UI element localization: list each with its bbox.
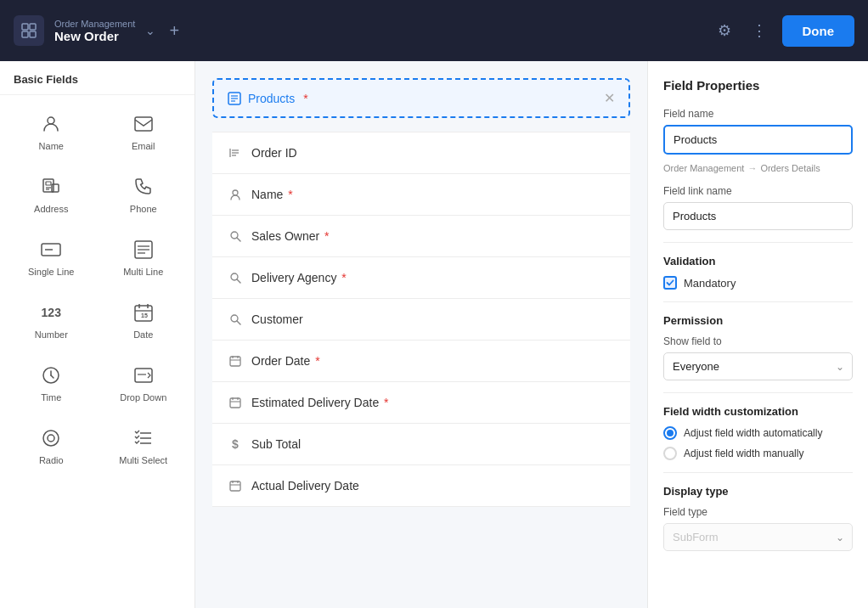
form-fields-list: Order ID Name * Sales [212,132,630,507]
svg-line-24 [51,375,54,378]
done-button[interactable]: Done [782,15,855,47]
sidebar-item-dropdown[interactable]: Drop Down [99,353,189,413]
sidebar: Basic Fields Name Email [0,61,195,608]
field-link-input[interactable] [663,202,853,230]
sidebar-item-phone[interactable]: Phone [99,165,189,224]
divider-3 [663,392,853,393]
dragging-field-label: Products [248,92,295,105]
radio-auto-circle[interactable] [663,426,677,440]
form-field-customer-label: Customer [251,312,615,326]
sidebar-item-name[interactable]: Name [7,102,96,161]
date-icon: 15 [132,301,155,324]
svg-rect-2 [22,31,28,37]
sub-total-icon: $ [228,437,243,451]
field-type-select[interactable]: SubForm [663,523,853,551]
phone-icon [132,175,155,199]
sidebar-item-time-label: Time [41,392,61,403]
order-date-icon [228,355,243,367]
sidebar-item-number-label: Number [35,329,68,340]
sidebar-item-address-label: Address [34,204,68,214]
sidebar-item-single-line[interactable]: Single Line [7,228,96,287]
svg-rect-7 [46,182,51,185]
form-field-sub-total[interactable]: $ Sub Total [212,424,630,465]
display-type-title: Display type [663,485,853,498]
topbar-add-icon[interactable]: + [169,21,179,41]
sidebar-item-radio-label: Radio [39,455,64,465]
form-field-actual-delivery[interactable]: Actual Delivery Date [212,465,630,507]
sidebar-item-multi-line[interactable]: Multi Line [99,228,189,287]
more-options-icon[interactable]: ⋮ [747,16,772,45]
svg-line-44 [237,279,240,283]
app-icon [14,15,44,46]
form-field-actual-delivery-label: Actual Delivery Date [251,479,615,493]
field-name-input[interactable] [663,125,853,155]
panel-title: Field Properties [663,78,853,93]
customer-icon [228,313,243,325]
multi-line-icon [132,238,155,262]
svg-rect-0 [22,24,28,30]
field-name-label: Field name [663,108,853,120]
sidebar-item-multi-select-label: Multi Select [119,455,167,465]
sidebar-item-email[interactable]: Email [99,102,189,161]
sidebar-item-multi-line-label: Multi Line [123,267,163,277]
topbar: Order Management New Order ⌄ + ⚙ ⋮ Done [0,0,868,61]
estimated-delivery-icon [228,397,243,408]
sidebar-item-time[interactable]: Time [7,353,96,413]
sidebar-item-name-label: Name [39,141,64,151]
svg-rect-1 [30,24,36,30]
svg-text:15: 15 [141,312,148,318]
topbar-subtitle: Order Management [54,19,135,29]
address-icon [39,175,63,199]
form-field-order-date[interactable]: Order Date * [212,341,630,382]
field-link-label: Field link name [663,185,853,197]
mandatory-label: Mandatory [684,277,736,290]
sidebar-item-number[interactable]: 123 Number [7,290,96,350]
field-properties-panel: Field Properties Field name Order Manage… [647,61,868,608]
form-field-customer[interactable]: Customer [212,299,630,341]
topbar-main-title: New Order [54,29,135,43]
show-field-select-row: Everyone Admins only Custom ⌄ [663,352,853,380]
topbar-chevron-icon[interactable]: ⌄ [145,24,155,37]
sidebar-item-address[interactable]: Address [7,165,96,224]
form-field-estimated-delivery[interactable]: Estimated Delivery Date * [212,382,630,424]
dragging-field-inner: Products * [228,92,308,105]
svg-point-28 [48,435,54,442]
form-field-name[interactable]: Name * [212,174,630,216]
settings-icon[interactable]: ⚙ [713,16,736,45]
breadcrumb-arrow: → [747,163,757,173]
field-width-radio-group: Adjust field width automatically Adjust … [663,426,853,460]
sidebar-item-dropdown-label: Drop Down [120,392,166,403]
sidebar-item-date-label: Date [133,329,153,340]
sidebar-title: Basic Fields [0,61,194,95]
show-field-select[interactable]: Everyone Admins only Custom [663,352,853,380]
svg-point-27 [43,431,59,446]
form-field-delivery-agency[interactable]: Delivery Agency * [212,257,630,299]
form-field-name-label: Name * [251,188,615,201]
radio-icon [39,426,63,450]
sidebar-item-multi-select[interactable]: Multi Select [99,416,189,476]
svg-line-42 [237,238,240,241]
sidebar-item-radio[interactable]: Radio [7,416,96,476]
multi-select-icon [132,426,155,450]
dragging-field-delete-icon[interactable]: ✕ [604,90,615,106]
actual-delivery-icon [228,480,243,492]
radio-manual-circle[interactable] [663,447,677,460]
topbar-title-group: Order Management New Order [54,19,135,43]
sidebar-item-date[interactable]: 15 Date [99,290,189,350]
sidebar-item-single-line-label: Single Line [28,267,74,277]
mandatory-checkbox-row: Mandatory [663,276,853,290]
dragging-field-required: * [303,92,307,105]
form-field-sales-owner[interactable]: Sales Owner * [212,216,630,257]
form-field-order-id[interactable]: Order ID [212,132,630,174]
breadcrumb-left: Order Management [663,163,744,173]
radio-manual-row[interactable]: Adjust field width manually [663,447,853,460]
radio-auto-row[interactable]: Adjust field width automatically [663,426,853,440]
form-field-delivery-agency-label: Delivery Agency * [251,271,615,284]
field-breadcrumb: Order Management → Orders Details [663,163,853,173]
sidebar-item-phone-label: Phone [130,204,157,214]
dragging-products-field[interactable]: Products * ✕ [212,78,630,118]
time-icon [39,363,63,387]
mandatory-checkbox[interactable] [663,276,677,290]
sidebar-item-email-label: Email [132,141,155,151]
divider-4 [663,472,853,473]
